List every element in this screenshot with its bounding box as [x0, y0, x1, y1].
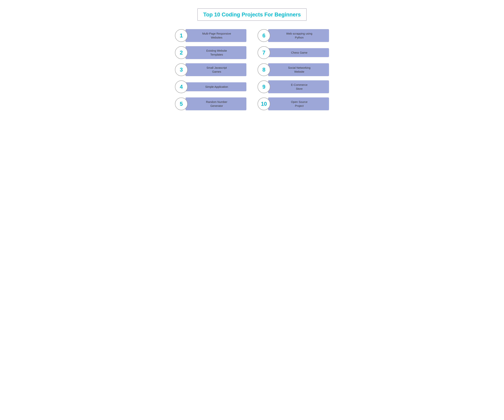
- number-circle: 1: [175, 29, 188, 42]
- list-item: 6Web scrapping usingPython: [258, 29, 329, 42]
- list-item: 3Small JavascriptGames: [175, 63, 246, 76]
- item-number: 7: [262, 49, 265, 56]
- number-circle: 8: [258, 63, 270, 76]
- item-label: Random NumberGenerator: [186, 97, 246, 110]
- list-item: 5Random NumberGenerator: [175, 97, 246, 110]
- item-label: Existing WebsiteTemplates: [186, 46, 246, 59]
- list-item: 10Open SourceProject: [258, 97, 329, 110]
- number-circle: 2: [175, 46, 188, 59]
- number-circle: 9: [258, 80, 270, 93]
- number-circle: 10: [258, 98, 270, 110]
- number-circle: 5: [175, 98, 188, 110]
- item-number: 5: [180, 101, 183, 107]
- title-container: Top 10 Coding Projects For Beginners: [197, 8, 307, 21]
- item-number: 3: [180, 67, 183, 73]
- content-grid: 1Multi-Page ResponsiveWebsites6Web scrap…: [175, 29, 329, 110]
- list-item: 2Existing WebsiteTemplates: [175, 46, 246, 59]
- item-number: 6: [262, 32, 265, 39]
- list-item: 8Social NetworkingWebsite: [258, 63, 329, 76]
- number-circle: 7: [258, 46, 270, 59]
- item-label: Simple Application: [186, 82, 246, 91]
- item-label: Social NetworkingWebsite: [268, 63, 329, 76]
- number-circle: 4: [175, 80, 188, 93]
- item-number: 1: [180, 32, 183, 39]
- list-item: 9E-CommerceStore: [258, 80, 329, 93]
- item-number: 9: [262, 84, 265, 90]
- number-circle: 6: [258, 29, 270, 42]
- item-label: Multi-Page ResponsiveWebsites: [186, 29, 246, 42]
- item-label: Open SourceProject: [268, 97, 329, 110]
- item-label: Small JavascriptGames: [186, 63, 246, 76]
- item-label: Chess Game: [268, 48, 329, 57]
- list-item: 7Chess Game: [258, 46, 329, 59]
- item-number: 10: [261, 101, 267, 107]
- list-item: 1Multi-Page ResponsiveWebsites: [175, 29, 246, 42]
- item-label: Web scrapping usingPython: [268, 29, 329, 42]
- number-circle: 3: [175, 63, 188, 76]
- item-number: 2: [180, 49, 183, 56]
- item-number: 4: [180, 84, 183, 90]
- item-number: 8: [262, 67, 265, 73]
- list-item: 4Simple Application: [175, 80, 246, 93]
- item-label: E-CommerceStore: [268, 80, 329, 93]
- page-title: Top 10 Coding Projects For Beginners: [203, 12, 301, 18]
